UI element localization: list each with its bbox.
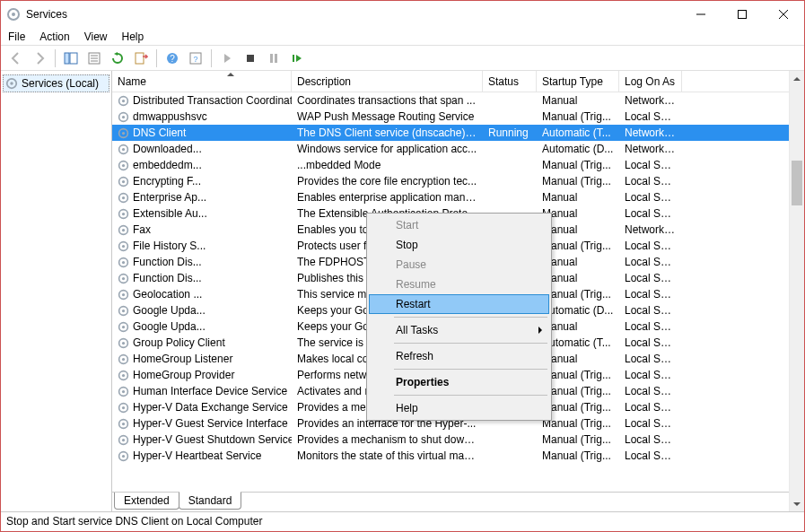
column-header-startup[interactable]: Startup Type [537,71,619,92]
column-header-status[interactable]: Status [483,71,537,92]
service-logon: Network S... [625,143,682,155]
context-menu-start[interactable]: Start [369,215,549,235]
context-menu-help[interactable]: Help [369,398,549,418]
show-hide-tree-button[interactable] [61,48,81,68]
svg-text:?: ? [170,54,175,64]
toolbar: ? ? [1,46,804,71]
menu-view[interactable]: View [84,31,108,43]
menubar: File Action View Help [1,28,804,46]
service-name: Function Dis... [133,256,202,268]
vertical-scrollbar[interactable] [789,71,804,492]
help-pane-button[interactable]: ? [186,48,206,68]
tab-extended[interactable]: Extended [114,493,179,510]
service-name: HomeGroup Provider [133,369,234,381]
service-row[interactable]: Distributed Transaction CoordinatorCoord… [112,92,804,109]
refresh-button[interactable] [108,48,127,68]
service-name: dmwappushsvc [133,110,207,123]
service-logon: Network S... [625,94,682,107]
service-row[interactable]: DNS ClientThe DNS Client service (dnscac… [112,125,804,141]
start-service-button[interactable] [217,48,237,68]
service-row[interactable]: Downloaded...Windows service for applica… [112,141,804,157]
view-tabs: Extended Standard [112,492,804,511]
tree-item-label: Services (Local) [22,77,99,90]
service-row[interactable]: Encrypting F...Provides the core file en… [112,173,804,189]
svg-point-50 [122,309,125,311]
context-menu-separator [394,369,547,370]
tab-standard[interactable]: Standard [179,492,242,510]
svg-point-34 [122,179,125,182]
service-startup: Manual (Trig... [542,433,611,446]
service-logon: Local Syste... [625,191,682,204]
list-header: Name Description Status Startup Type Log… [112,71,804,92]
service-startup: Manual (Trig... [542,159,611,171]
column-header-logon[interactable]: Log On As [619,71,682,92]
svg-point-68 [122,454,125,457]
service-row[interactable]: embeddedm......mbedded ModeManual (Trig.… [112,157,804,173]
restart-service-button[interactable] [287,48,307,68]
back-button[interactable] [6,48,26,68]
svg-point-30 [122,147,125,150]
service-name: Hyper-V Guest Service Interface [133,417,288,430]
maximize-button[interactable] [722,1,763,28]
services-icon [5,77,18,90]
tree-pane: Services (Local) [1,71,112,511]
service-name: File History S... [133,240,206,252]
context-menu-properties[interactable]: Properties [369,372,549,392]
window-controls [680,1,804,28]
service-icon [118,337,129,349]
service-startup: Manual (Trig... [542,175,611,188]
service-logon: Local Syste... [625,240,682,252]
help-button[interactable]: ? [162,48,182,68]
window-title: Services [26,8,680,21]
service-logon: Local Syste... [625,159,682,171]
service-row[interactable]: Enterprise Ap...Enables enterprise appli… [112,189,804,205]
forward-button[interactable] [30,48,49,68]
scroll-thumb[interactable] [792,161,802,205]
svg-rect-12 [136,53,144,64]
service-icon [118,370,129,381]
scroll-up-button[interactable] [790,71,804,86]
service-logon: Network S... [625,223,682,236]
svg-point-24 [122,99,125,101]
context-menu-resume[interactable]: Resume [369,275,549,294]
context-menu-pause[interactable]: Pause [369,255,549,275]
menu-action[interactable]: Action [39,31,69,43]
minimize-button[interactable] [680,1,722,28]
column-header-description[interactable]: Description [292,71,483,92]
svg-point-48 [122,292,125,295]
properties-button[interactable] [84,48,104,68]
app-icon [6,7,21,22]
export-list-button[interactable] [131,48,151,68]
menu-file[interactable]: File [8,31,25,43]
service-row[interactable]: dmwappushsvcWAP Push Message Routing Ser… [112,109,804,125]
service-logon: Network S... [625,126,682,139]
context-menu-all-tasks[interactable]: All Tasks [369,320,549,340]
service-logon: Local Service [625,272,682,284]
list-pane: Name Description Status Startup Type Log… [112,71,804,511]
tree-item-services-local[interactable]: Services (Local) [3,74,109,92]
context-menu-refresh[interactable]: Refresh [369,346,549,366]
service-status: Running [488,126,529,139]
service-name: HomeGroup Listener [133,353,232,365]
context-menu-stop[interactable]: Stop [369,235,549,255]
svg-point-56 [122,357,125,360]
service-description: Provides a mechanism to shut down... [297,433,479,446]
svg-text:?: ? [193,55,197,64]
service-row[interactable]: Hyper-V Guest Shutdown ServiceProvides a… [112,432,804,448]
service-name: Encrypting F... [133,175,201,188]
column-header-name[interactable]: Name [112,71,292,92]
svg-point-26 [122,115,125,118]
service-icon [118,273,129,284]
stop-service-button[interactable] [241,48,260,68]
service-startup: Manual (Trig... [542,240,611,252]
service-name: Extensible Au... [133,207,207,220]
service-description: WAP Push Message Routing Service [297,110,474,123]
context-menu-restart[interactable]: Restart [369,294,549,314]
service-icon [118,386,129,397]
close-button[interactable] [763,1,804,28]
svg-rect-19 [275,54,277,63]
service-row[interactable]: Hyper-V Heartbeat ServiceMonitors the st… [112,448,804,464]
pause-service-button[interactable] [264,48,284,68]
menu-help[interactable]: Help [122,31,144,43]
service-icon [118,160,129,171]
